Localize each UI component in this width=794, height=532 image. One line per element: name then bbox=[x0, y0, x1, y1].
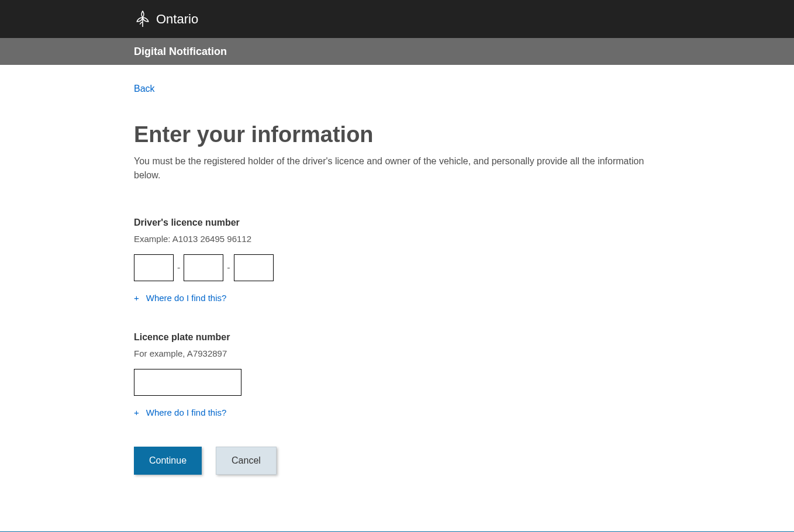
plus-icon: + bbox=[134, 407, 139, 417]
plate-example: For example, A7932897 bbox=[134, 348, 660, 358]
dln-inputs: - - bbox=[134, 254, 660, 281]
plate-help-link[interactable]: + Where do I find this? bbox=[134, 407, 660, 417]
dln-separator-1: - bbox=[177, 262, 180, 273]
page-description: You must be the registered holder of the… bbox=[134, 154, 660, 182]
dln-part-3[interactable] bbox=[234, 254, 274, 281]
plate-label: Licence plate number bbox=[134, 332, 660, 343]
back-link[interactable]: Back bbox=[134, 84, 155, 94]
dln-help-link[interactable]: + Where do I find this? bbox=[134, 293, 660, 303]
dln-part-1[interactable] bbox=[134, 254, 174, 281]
dln-separator-2: - bbox=[227, 262, 230, 273]
dln-example: Example: A1013 26495 96112 bbox=[134, 234, 660, 244]
dln-part-2[interactable] bbox=[184, 254, 223, 281]
app-title: Digital Notification bbox=[134, 46, 660, 58]
continue-button[interactable]: Continue bbox=[134, 447, 202, 475]
header-sub: Digital Notification bbox=[0, 38, 794, 65]
plate-help-text: Where do I find this? bbox=[146, 407, 227, 417]
brand-logo[interactable]: Ontario bbox=[134, 9, 660, 29]
brand-text: Ontario bbox=[156, 12, 198, 27]
plate-input[interactable] bbox=[134, 369, 241, 396]
dln-label: Driver's licence number bbox=[134, 217, 660, 228]
header-top: Ontario bbox=[0, 0, 794, 38]
dln-help-text: Where do I find this? bbox=[146, 293, 227, 303]
dln-field-group: Driver's licence number Example: A1013 2… bbox=[134, 217, 660, 303]
plate-field-group: Licence plate number For example, A79328… bbox=[134, 332, 660, 417]
plus-icon: + bbox=[134, 293, 139, 303]
cancel-button[interactable]: Cancel bbox=[216, 447, 277, 475]
trillium-icon bbox=[134, 9, 151, 29]
button-row: Continue Cancel bbox=[134, 447, 660, 475]
page-title: Enter your information bbox=[134, 122, 660, 147]
